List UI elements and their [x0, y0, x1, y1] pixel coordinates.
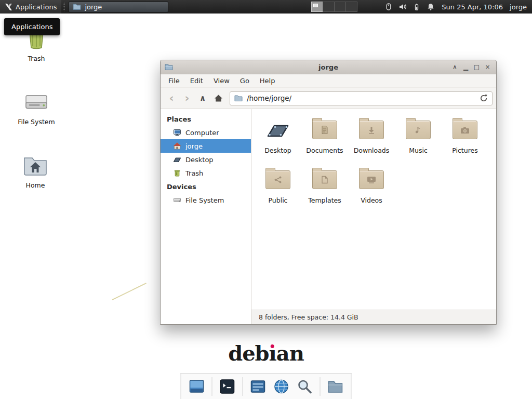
path-text[interactable]: /home/jorge/: [247, 94, 475, 102]
window-folder-icon: [165, 63, 173, 71]
workspace-2[interactable]: [323, 2, 335, 12]
shade-button[interactable]: ∧: [449, 60, 460, 74]
sidebar-item-computer[interactable]: Computer: [161, 126, 251, 139]
path-bar[interactable]: /home/jorge/: [230, 91, 493, 105]
globe-icon: [273, 378, 290, 395]
dock: [181, 373, 352, 399]
documents-folder-icon: [312, 121, 337, 139]
system-tray: [384, 3, 435, 11]
folder-pictures[interactable]: Pictures: [442, 115, 488, 165]
public-folder-icon: [265, 170, 290, 189]
applications-tooltip: Applications: [4, 18, 60, 35]
reload-icon: [480, 94, 488, 102]
folder-music[interactable]: Music: [395, 115, 442, 165]
show-desktop-launcher[interactable]: [189, 378, 205, 395]
sidebar-item-label: Trash: [185, 169, 203, 177]
back-button[interactable]: ‹: [164, 91, 179, 105]
terminal-launcher[interactable]: [219, 378, 236, 395]
menu-go[interactable]: Go: [235, 74, 255, 88]
home-icon: [214, 94, 223, 102]
filesystem-drive-icon: [12, 88, 61, 113]
drive-icon: [173, 196, 181, 204]
statusbar: 8 folders, Free space: 14.4 GiB: [251, 310, 496, 324]
file-manager-window: jorge ∧ ▁ □ × File Edit View Go Help ‹ ›…: [160, 60, 497, 325]
menubar: File Edit View Go Help: [161, 74, 496, 88]
menu-edit[interactable]: Edit: [185, 74, 208, 88]
taskbar-button[interactable]: jorge: [69, 2, 168, 12]
folder-label: Music: [409, 147, 428, 154]
sidebar-item-filesystem[interactable]: File System: [161, 193, 251, 207]
sidebar-item-desktop[interactable]: Desktop: [161, 153, 251, 166]
tooltip-text: Applications: [11, 23, 52, 31]
sidebar-item-label: Desktop: [185, 156, 214, 164]
file-manager-launcher[interactable]: [327, 379, 344, 394]
window-list-launcher[interactable]: [250, 378, 267, 395]
folder-icon: [327, 379, 344, 394]
workspace-4[interactable]: [345, 2, 357, 12]
web-browser-launcher[interactable]: [273, 378, 290, 395]
dock-separator: [243, 377, 243, 396]
home-folder-icon: [11, 152, 60, 177]
folder-icon: [73, 3, 81, 10]
close-button[interactable]: ×: [482, 60, 493, 74]
applications-icon: [5, 3, 12, 11]
applications-label: Applications: [16, 3, 57, 11]
minimize-button[interactable]: ▁: [460, 60, 471, 74]
toolbar: ‹ › ∧ /home/jorge/: [161, 88, 496, 109]
home-button[interactable]: [211, 91, 225, 105]
up-button[interactable]: ∧: [195, 91, 210, 105]
forward-icon: ›: [184, 92, 189, 104]
folder-public[interactable]: Public: [255, 165, 301, 215]
main-pane: Desktop Documents Downloads: [251, 109, 496, 324]
reload-button[interactable]: [480, 94, 488, 102]
titlebar[interactable]: jorge ∧ ▁ □ ×: [161, 60, 496, 74]
dock-separator: [320, 377, 321, 396]
statusbar-text: 8 folders, Free space: 14.4 GiB: [259, 313, 358, 321]
menu-file[interactable]: File: [163, 74, 185, 88]
downloads-folder-icon: [359, 121, 384, 139]
top-panel: Applications jorge Sun 25 Apr, 10:06 jor…: [0, 0, 532, 14]
folder-label: Templates: [308, 196, 341, 204]
folder-downloads[interactable]: Downloads: [348, 115, 395, 165]
desktop-icon-filesystem[interactable]: File System: [12, 88, 61, 126]
maximize-button[interactable]: □: [471, 60, 482, 74]
workspace-3[interactable]: [334, 2, 346, 12]
sidebar: Places Computer jorge Desktop Trash Devi…: [161, 109, 251, 324]
debian-logo-i: ı: [269, 343, 276, 364]
folder-desktop[interactable]: Desktop: [255, 115, 301, 165]
sidebar-item-label: File System: [185, 196, 224, 204]
window-title: jorge: [161, 63, 496, 71]
desktop-icon-home[interactable]: Home: [11, 152, 60, 189]
forward-button[interactable]: ›: [180, 91, 194, 105]
workspace-pager: [312, 2, 357, 12]
pictures-folder-icon: [453, 121, 477, 139]
mouse-settings-icon[interactable]: [384, 3, 393, 11]
magnifier-icon: [297, 378, 313, 395]
debian-logo-text: deb: [228, 341, 269, 365]
stray-line-artifact: [112, 283, 147, 300]
workspace-1[interactable]: [311, 2, 323, 12]
folder-label: Downloads: [354, 147, 390, 154]
sidebar-item-trash[interactable]: Trash: [161, 166, 251, 180]
applications-button[interactable]: Applications: [0, 0, 61, 14]
battery-icon[interactable]: [413, 3, 421, 11]
folder-templates[interactable]: Templates: [301, 165, 348, 215]
panel-handle[interactable]: [62, 2, 66, 11]
path-folder-icon: [234, 95, 243, 102]
volume-icon[interactable]: [398, 3, 407, 11]
devices-header: Devices: [161, 180, 251, 193]
menu-help[interactable]: Help: [255, 74, 281, 88]
icon-view[interactable]: Desktop Documents Downloads: [251, 109, 496, 310]
notification-bell-icon[interactable]: [427, 3, 435, 11]
application-finder-launcher[interactable]: [297, 378, 313, 395]
user-menu[interactable]: jorge: [510, 3, 527, 11]
folder-documents[interactable]: Documents: [301, 115, 348, 165]
menu-view[interactable]: View: [208, 74, 235, 88]
dock-separator: [212, 377, 212, 396]
home-icon: [173, 142, 181, 150]
sidebar-item-jorge[interactable]: jorge: [161, 139, 251, 153]
videos-folder-icon: [359, 170, 384, 189]
folder-videos[interactable]: Videos: [348, 165, 395, 215]
back-icon: ‹: [169, 92, 174, 104]
clock[interactable]: Sun 25 Apr, 10:06: [442, 3, 503, 11]
